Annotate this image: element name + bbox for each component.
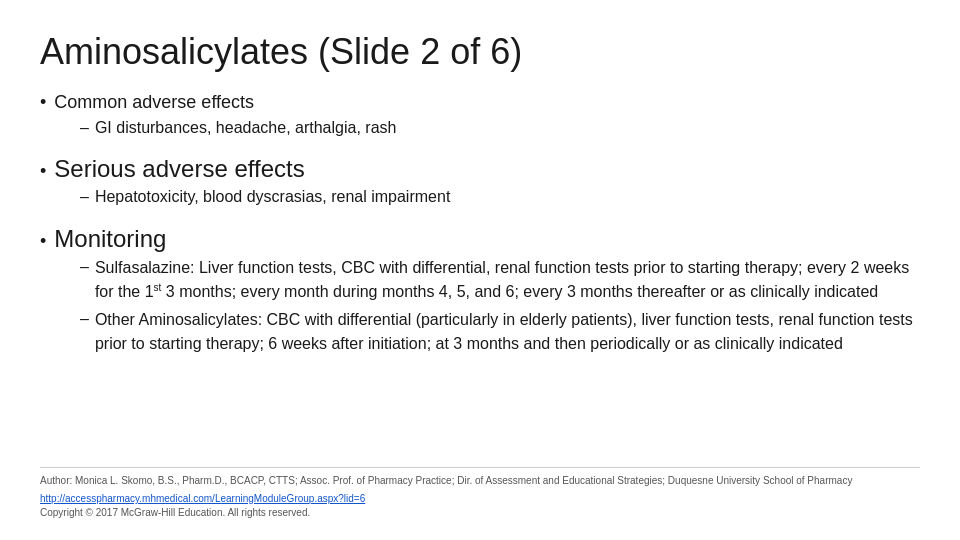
slide: Aminosalicylates (Slide 2 of 6) • Common… (0, 0, 960, 540)
bullet-main-common: • Common adverse effects (40, 91, 920, 114)
bullet-serious-adverse: • Serious adverse effects – Hepatotoxici… (40, 153, 920, 213)
slide-title: Aminosalicylates (Slide 2 of 6) (40, 30, 920, 73)
sub-dash-3b: – (80, 308, 89, 330)
bullet-text-serious: Serious adverse effects (54, 153, 304, 184)
bullet-dot-2: • (40, 160, 46, 183)
sub-bullet-hepato: – Hepatotoxicity, blood dyscrasias, rena… (80, 186, 920, 208)
bullet-monitoring: • Monitoring – Sulfasalazine: Liver func… (40, 223, 920, 361)
bullet-text-common: Common adverse effects (54, 91, 254, 114)
sub-text-sulfasalazine: Sulfasalazine: Liver function tests, CBC… (95, 256, 920, 304)
footer-author: Author: Monica L. Skomo, B.S., Pharm.D.,… (40, 474, 920, 488)
sub-dash-3a: – (80, 256, 89, 278)
bullet-dot-3: • (40, 230, 46, 253)
sub-text-gi: GI disturbances, headache, arthalgia, ra… (95, 117, 397, 139)
sub-bullets-monitoring: – Sulfasalazine: Liver function tests, C… (40, 256, 920, 360)
sub-bullet-gi: – GI disturbances, headache, arthalgia, … (80, 117, 920, 139)
content-area: • Common adverse effects – GI disturbanc… (40, 91, 920, 467)
bullet-main-monitoring: • Monitoring (40, 223, 920, 254)
sub-bullets-common: – GI disturbances, headache, arthalgia, … (40, 117, 920, 143)
bullet-text-monitoring: Monitoring (54, 223, 166, 254)
sub-bullets-serious: – Hepatotoxicity, blood dyscrasias, rena… (40, 186, 920, 212)
bullet-main-serious: • Serious adverse effects (40, 153, 920, 184)
sub-dash-1: – (80, 117, 89, 139)
sub-text-hepato: Hepatotoxicity, blood dyscrasias, renal … (95, 186, 450, 208)
footer: Author: Monica L. Skomo, B.S., Pharm.D.,… (40, 467, 920, 520)
bullet-dot-1: • (40, 91, 46, 114)
footer-link[interactable]: http://accesspharmacy.mhmedical.com/Lear… (40, 493, 365, 504)
sub-bullet-sulfasalazine: – Sulfasalazine: Liver function tests, C… (80, 256, 920, 304)
bullet-common-adverse: • Common adverse effects – GI disturbanc… (40, 91, 920, 143)
footer-copyright: Copyright © 2017 McGraw-Hill Education. … (40, 506, 920, 520)
sub-text-other-amino: Other Aminosalicylates: CBC with differe… (95, 308, 920, 356)
sub-bullet-other-amino: – Other Aminosalicylates: CBC with diffe… (80, 308, 920, 356)
sub-dash-2: – (80, 186, 89, 208)
